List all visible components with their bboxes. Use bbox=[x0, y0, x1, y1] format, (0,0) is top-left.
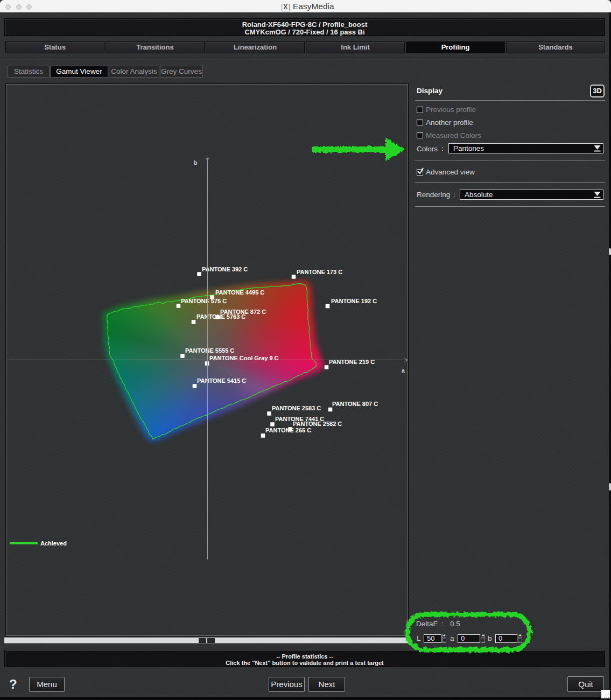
svg-text:PANTONE 219 C: PANTONE 219 C bbox=[329, 359, 375, 365]
svg-text:Achieved: Achieved bbox=[40, 540, 67, 547]
svg-text:PANTONE 5763 C: PANTONE 5763 C bbox=[196, 313, 245, 320]
svg-text:PANTONE 392 C: PANTONE 392 C bbox=[202, 266, 248, 272]
svg-text:PANTONE 4495 C: PANTONE 4495 C bbox=[215, 289, 264, 296]
svg-text:PANTONE 2582 C: PANTONE 2582 C bbox=[293, 421, 342, 427]
svg-text:PANTONE 5415 C: PANTONE 5415 C bbox=[197, 377, 246, 384]
svg-text:PANTONE 173 C: PANTONE 173 C bbox=[297, 269, 342, 275]
svg-text:PANTONE 265 C: PANTONE 265 C bbox=[265, 427, 311, 433]
svg-text:PANTONE 575 C: PANTONE 575 C bbox=[181, 298, 227, 304]
svg-text:PANTONE 5555 C: PANTONE 5555 C bbox=[185, 347, 234, 354]
svg-text:PANTONE 2583 C: PANTONE 2583 C bbox=[272, 405, 321, 411]
svg-text:b: b bbox=[194, 159, 197, 166]
svg-text:PANTONE 192 C: PANTONE 192 C bbox=[331, 298, 377, 304]
svg-text:PANTONE Cool Gray 9 C: PANTONE Cool Gray 9 C bbox=[209, 355, 279, 361]
svg-text:PANTONE 807 C: PANTONE 807 C bbox=[332, 401, 378, 407]
svg-text:a: a bbox=[402, 367, 405, 374]
